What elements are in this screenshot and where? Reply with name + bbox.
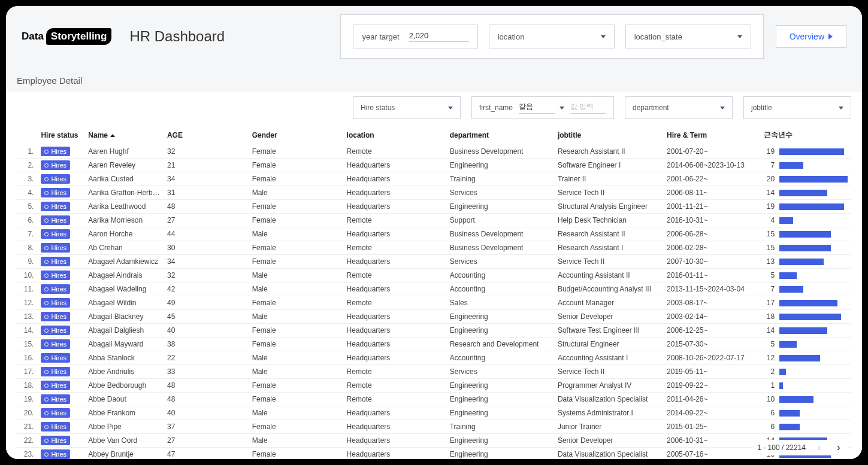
table-row[interactable]: 12.HiresAbagael Wildin49FemaleRemoteSale… [17, 296, 851, 310]
table-row[interactable]: 11.HiresAbagael Wadeling42MaleHeadquarte… [17, 282, 851, 296]
cell-gender: Female [249, 159, 343, 172]
cell-hire-term: 2001-07-20~ [663, 145, 760, 159]
table-row[interactable]: 1.HiresAaren Hughf32FemaleRemoteBusiness… [17, 145, 851, 159]
overview-label: Overview [790, 32, 824, 41]
cell-department: Accounting [446, 351, 554, 365]
row-index: 5. [17, 200, 37, 214]
col-age[interactable]: AGE [164, 126, 249, 145]
table-row[interactable]: 2.HiresAaren Reveley21FemaleHeadquarters… [17, 159, 851, 172]
circle-icon [44, 411, 49, 415]
year-target-control[interactable]: year target 2,020 [353, 25, 477, 48]
table-row[interactable]: 21.HiresAbbe Pipe37FemaleHeadquartersTra… [17, 420, 851, 434]
cell-department: Engineering [446, 434, 554, 448]
cell-age: 21 [164, 159, 249, 172]
row-index: 12. [17, 296, 37, 310]
cell-name: Abagail Mayward [84, 338, 164, 351]
table-row[interactable]: 16.HiresAbba Stanlock22MaleHeadquartersA… [17, 351, 851, 365]
cell-jobtitle: Structural Engineer [554, 338, 663, 351]
circle-icon [44, 205, 49, 209]
table-row[interactable]: 3.HiresAarika Custed34FemaleHeadquarters… [17, 172, 851, 186]
cell-tenure: 4 [760, 214, 851, 227]
hire-badge: Hires [41, 160, 70, 170]
col-hire-status[interactable]: Hire status [37, 126, 84, 145]
cell-name: Abagael Wadeling [84, 282, 164, 296]
table-row[interactable]: 22.HiresAbbe Van Oord27MaleHeadquartersE… [17, 434, 851, 448]
cell-name: Aarika Custed [84, 172, 164, 186]
location-state-dropdown[interactable]: location_state [625, 25, 751, 48]
cell-hire-term: 2015-07-30~ [663, 338, 760, 351]
table-row[interactable]: 4.HiresAarika Grafton-Herbert31MaleHeadq… [17, 186, 851, 200]
col-department[interactable]: department [446, 126, 554, 145]
cell-location: Headquarters [343, 172, 446, 186]
table-row[interactable]: 18.HiresAbbe Bedborough48FemaleRemoteEng… [17, 379, 851, 393]
row-index: 8. [17, 241, 37, 255]
table-row[interactable]: 17.HiresAbbe Andriulis33MaleRemoteServic… [17, 365, 851, 379]
cell-age: 31 [164, 186, 249, 200]
table-row[interactable]: 19.HiresAbbe Daout48FemaleRemoteEngineer… [17, 393, 851, 406]
overview-button[interactable]: Overview [776, 25, 846, 48]
filter-first-name-op[interactable]: 같음 [519, 102, 555, 114]
col-name[interactable]: Name [84, 126, 164, 145]
cell-department: Business Development [446, 145, 554, 159]
col-location[interactable]: location [343, 126, 446, 145]
prev-page-button[interactable]: ‹ [814, 442, 825, 453]
cell-hire-term: 2001-06-22~ [663, 172, 760, 186]
table-row[interactable]: 5.HiresAarika Leathwood48FemaleHeadquart… [17, 200, 851, 214]
cell-jobtitle: Accounting Assistant II [554, 269, 663, 282]
cell-location: Headquarters [343, 227, 446, 241]
cell-tenure: 6 [760, 420, 851, 434]
filter-jobtitle[interactable]: jobtitle [743, 96, 851, 119]
table-row[interactable]: 20.HiresAbbe Frankom40MaleHeadquartersEn… [17, 406, 851, 420]
col-hire-term[interactable]: Hire & Term [663, 126, 760, 145]
cell-age: 44 [164, 227, 249, 241]
table-row[interactable]: 9.HiresAbagael Adamkiewicz34FemaleHeadqu… [17, 255, 851, 269]
table-row[interactable]: 13.HiresAbagail Blackney45MaleHeadquarte… [17, 310, 851, 324]
hire-badge: Hires [41, 174, 70, 184]
cell-gender: Male [249, 351, 343, 365]
hire-badge: Hires [41, 215, 70, 225]
cell-department: Training [446, 172, 554, 186]
cell-gender: Male [249, 282, 343, 296]
filter-hire-status[interactable]: Hire status [353, 96, 461, 119]
table-row[interactable]: 23.HiresAbbey Bruntje47FemaleHeadquarter… [17, 448, 851, 460]
circle-icon [44, 273, 49, 278]
table-row[interactable]: 8.HiresAb Crehan30FemaleRemoteBusiness D… [17, 241, 851, 255]
circle-icon [44, 370, 49, 374]
filter-department[interactable]: department [625, 96, 733, 119]
row-index: 11. [17, 282, 37, 296]
cell-tenure: 20 [760, 172, 851, 186]
row-index: 22. [17, 434, 37, 448]
brand-mark: Storytelling [46, 28, 112, 45]
cell-age: 48 [164, 379, 249, 393]
cell-location: Headquarters [343, 282, 446, 296]
cell-hire-term: 2008-10-26~2022-07-17 [663, 351, 760, 365]
cell-age: 33 [164, 365, 249, 379]
cell-tenure: 15 [760, 227, 851, 241]
cell-gender: Female [249, 420, 343, 434]
hire-badge: Hires [41, 326, 70, 335]
table-row[interactable]: 14.HiresAbagail Dalgliesh40FemaleHeadqua… [17, 324, 851, 338]
hire-badge: Hires [41, 284, 70, 294]
next-page-button[interactable]: › [833, 442, 844, 453]
filter-first-name[interactable]: first_name 같음 값 입력 [471, 96, 614, 119]
year-target-label: year target [362, 32, 399, 41]
col-tenure[interactable]: 근속년수 [760, 126, 851, 145]
hire-badge: Hires [41, 353, 70, 363]
row-index: 15. [17, 338, 37, 351]
cell-gender: Female [249, 172, 343, 186]
location-dropdown[interactable]: location [489, 25, 615, 48]
table-row[interactable]: 7.HiresAaron Horche44MaleHeadquartersBus… [17, 227, 851, 241]
cell-jobtitle: Accounting Assistant I [554, 351, 663, 365]
employee-table: Hire status Name AGE Gender location dep… [17, 126, 851, 459]
cell-name: Abbe Van Oord [84, 434, 164, 448]
col-gender[interactable]: Gender [249, 126, 343, 145]
table-row[interactable]: 6.HiresAarika Morrieson27FemaleRemoteSup… [17, 214, 851, 227]
filter-first-name-input[interactable]: 값 입력 [570, 102, 606, 114]
cell-department: Training [446, 420, 554, 434]
cell-hire-term: 2005-07-16~ [663, 448, 760, 460]
year-target-value[interactable]: 2,020 [409, 31, 469, 42]
cell-gender: Male [249, 186, 343, 200]
col-jobtitle[interactable]: jobtitle [554, 126, 663, 145]
table-row[interactable]: 15.HiresAbagail Mayward38FemaleHeadquart… [17, 338, 851, 351]
table-row[interactable]: 10.HiresAbagael Aindrais32MaleRemoteAcco… [17, 269, 851, 282]
